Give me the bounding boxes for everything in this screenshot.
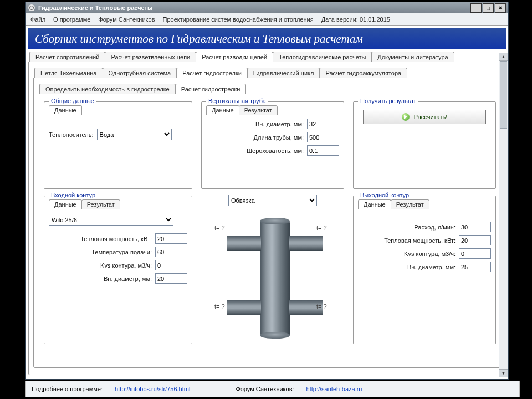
- group-vertical-pipe: Вертикальная труба Данные Результат Вн. …: [201, 101, 344, 189]
- outlet-flow-input[interactable]: [459, 222, 491, 232]
- app-window: Гидравлические и Тепловые расчеты _ □ × …: [25, 2, 509, 380]
- vpipe-len-label: Длина трубы, мм:: [254, 134, 304, 141]
- group-inlet: Входной контур Данные Результат Wilo 25/…: [44, 196, 192, 344]
- menu-design[interactable]: Проектирование систем водоснабжения и от…: [162, 16, 313, 23]
- outlet-tab-result[interactable]: Результат: [391, 200, 429, 209]
- tabbody-level1: Петля Тихельманна Однотрубная система Ра…: [28, 62, 506, 375]
- menu-file[interactable]: Файл: [30, 16, 45, 23]
- diag-label-2: t= ?: [316, 224, 327, 231]
- scroll-thumb[interactable]: [500, 61, 507, 129]
- footer-forum-link[interactable]: http://santeh-baza.ru: [306, 386, 362, 392]
- hydro-arrow-diagram: Обвязка t= ?: [198, 192, 347, 347]
- page-banner: Сборник инструментов по Гидравлическим и…: [28, 28, 506, 49]
- vpipe-tab-result[interactable]: Результат: [239, 105, 278, 115]
- calculate-button[interactable]: Рассчитать!: [363, 110, 486, 124]
- app-icon: [28, 4, 35, 11]
- footer-forum-label: Форум Сантехников:: [236, 386, 294, 392]
- outlet-power-label: Тепловая мощность, кВт:: [384, 237, 456, 244]
- diag-label-1: t= ?: [214, 224, 225, 231]
- vpipe-d-input[interactable]: [307, 119, 339, 129]
- pipe-in-top: [227, 236, 261, 251]
- diag-label-3: t= ?: [214, 303, 225, 310]
- scroll-up-icon[interactable]: ▲: [499, 53, 508, 61]
- footer-more-label: Подробнее о программе:: [32, 386, 103, 392]
- inlet-kvs-input[interactable]: [155, 260, 187, 270]
- tab2-accumulator[interactable]: Расчет гидроаккумулятора: [319, 68, 407, 78]
- tabs-level3: Определить необходимость в гидрострелке …: [36, 84, 498, 94]
- outlet-d-input[interactable]: [459, 262, 491, 272]
- separator-cap-top: [260, 218, 290, 224]
- outlet-kvs-label: Kvs контура, м3/ч:: [404, 250, 456, 257]
- inlet-kvs-label: Kvs контура, м3/ч:: [100, 262, 152, 269]
- separator-cap-bottom: [260, 332, 290, 339]
- group-outlet-legend: Выходной контур: [358, 192, 411, 198]
- tab1-thermohydr[interactable]: Теплогидравлические расчеты: [273, 52, 372, 62]
- titlebar[interactable]: Гидравлические и Тепловые расчеты _ □ ×: [26, 2, 508, 13]
- vpipe-rough-input[interactable]: [307, 145, 339, 156]
- outlet-d-label: Вн. диаметр, мм:: [407, 264, 456, 270]
- pipe-out-top: [289, 236, 323, 251]
- tab1-branched[interactable]: Расчет разветвленных цепи: [105, 52, 196, 62]
- group-result-legend: Получить результат: [358, 98, 418, 104]
- tabs-level1: Расчет сопротивлений Расчет разветвленны…: [26, 52, 508, 62]
- minimize-button[interactable]: _: [470, 3, 482, 13]
- menu-about[interactable]: О программе: [53, 16, 90, 23]
- vertical-scrollbar[interactable]: ▲ ▼: [499, 53, 508, 377]
- diag-label-4: t= ?: [316, 303, 327, 310]
- group-vpipe-legend: Вертикальная труба: [206, 98, 268, 104]
- outlet-kvs-input[interactable]: [459, 248, 491, 259]
- tab3-calc[interactable]: Расчет гидрострелки: [175, 84, 247, 94]
- vpipe-rough-label: Шероховатость, мм:: [247, 147, 304, 154]
- group-result: Получить результат Рассчитать!: [353, 101, 496, 189]
- tab2-tichelmann[interactable]: Петля Тихельманна: [34, 68, 103, 78]
- pump-model-select[interactable]: Wilo 25/6: [49, 214, 173, 226]
- tab1-routing[interactable]: Расчет разводки цепей: [196, 52, 273, 62]
- separator-body: [260, 221, 290, 336]
- scroll-down-icon[interactable]: ▼: [499, 369, 508, 377]
- inlet-tsupply-input[interactable]: [155, 247, 187, 257]
- menu-bar: Файл О программе Форум Сантехников Проек…: [26, 13, 508, 26]
- tab1-resistances[interactable]: Расчет сопротивлений: [29, 52, 105, 62]
- maximize-button[interactable]: □: [483, 3, 494, 13]
- tab3-need[interactable]: Определить необходимость в гидрострелке: [39, 84, 176, 94]
- inlet-tab-data[interactable]: Данные: [49, 200, 82, 209]
- play-icon: [402, 113, 410, 121]
- pipe-in-bottom: [227, 300, 261, 315]
- status-bar: Подробнее о программе: http://infobos.ru…: [25, 381, 520, 397]
- window-title: Гидравлические и Тепловые расчеты: [38, 4, 152, 11]
- tabbody-level3: Общие данные Данные Теплоноситель: Вода: [38, 94, 496, 359]
- inlet-tab-result[interactable]: Результат: [81, 200, 120, 209]
- vpipe-len-input[interactable]: [307, 132, 339, 142]
- menu-forum[interactable]: Форум Сантехников: [98, 16, 155, 23]
- common-tab-data[interactable]: Данные: [49, 105, 82, 115]
- inlet-d-input[interactable]: [155, 273, 187, 284]
- group-common: Общие данные Данные Теплоноситель: Вода: [44, 101, 192, 189]
- scheme-select[interactable]: Обвязка: [228, 195, 317, 206]
- tab1-docs[interactable]: Документы и литература: [371, 52, 454, 62]
- vpipe-tab-data[interactable]: Данные: [206, 105, 239, 115]
- inlet-power-label: Тепловая мощность, кВт:: [80, 236, 152, 242]
- tab2-onepipe[interactable]: Однотрубная система: [103, 68, 177, 78]
- group-outlet: Выходной контур Данные Результат Расход,…: [353, 196, 496, 344]
- group-common-legend: Общие данные: [49, 98, 96, 104]
- menu-version-date: Дата версии: 01.01.2015: [321, 16, 390, 23]
- medium-select[interactable]: Вода: [97, 129, 172, 140]
- tabs-level2: Петля Тихельманна Однотрубная система Ра…: [31, 68, 503, 78]
- footer-more-link[interactable]: http://infobos.ru/str/756.html: [115, 386, 190, 392]
- vpipe-d-label: Вн. диаметр, мм:: [255, 121, 304, 127]
- inlet-d-label: Вн. диаметр, мм:: [104, 275, 152, 282]
- tab2-hydraulic-cycle[interactable]: Гидравлический цикл: [247, 68, 320, 78]
- tabbody-level2: Определить необходимость в гидрострелке …: [33, 78, 501, 368]
- close-button[interactable]: ×: [495, 3, 506, 13]
- inlet-tsupply-label: Температура подачи:: [91, 249, 152, 255]
- outlet-tab-data[interactable]: Данные: [358, 200, 391, 209]
- outlet-power-input[interactable]: [459, 235, 491, 245]
- group-inlet-legend: Входной контур: [49, 192, 98, 198]
- tab2-hydro-arrow[interactable]: Расчет гидрострелки: [176, 68, 248, 78]
- outlet-flow-label: Расход, л/мин:: [414, 224, 456, 231]
- calculate-button-label: Рассчитать!: [414, 114, 447, 120]
- inlet-power-input[interactable]: [155, 233, 187, 244]
- medium-label: Теплоноситель:: [49, 131, 94, 138]
- banner-title: Сборник инструментов по Гидравлическим и…: [35, 32, 363, 46]
